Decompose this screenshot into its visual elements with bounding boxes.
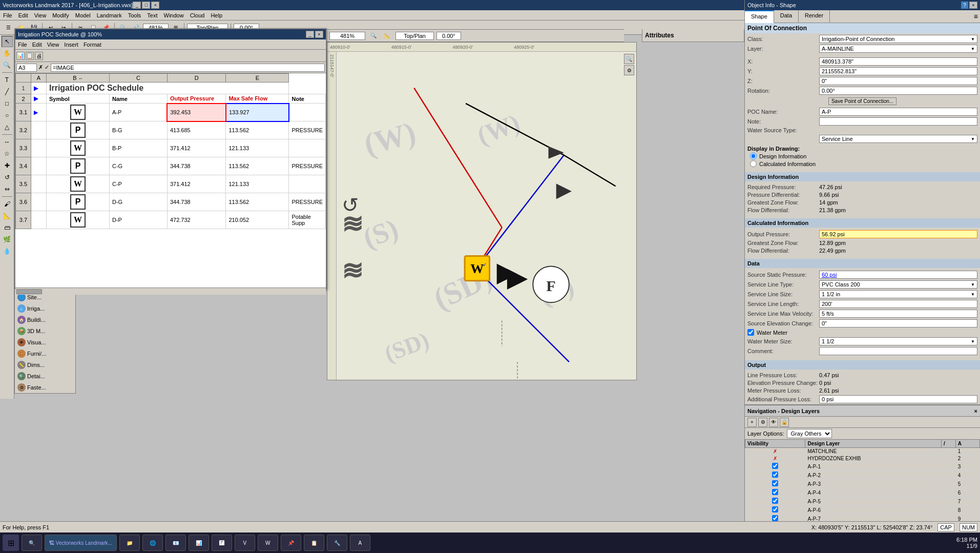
- layer-row[interactable]: ✗HYDRDOZONE EXHIB2: [745, 455, 980, 462]
- taskbar-misc3[interactable]: 🔧: [327, 535, 347, 551]
- rotation-display[interactable]: 0.00°: [436, 32, 461, 40]
- menu-modify[interactable]: Modify: [49, 11, 72, 19]
- y-input[interactable]: [819, 67, 977, 75]
- note-input[interactable]: [819, 117, 977, 126]
- layer-dropdown[interactable]: A-MAINLINE ▼: [819, 45, 977, 53]
- sheet-toolbar-btn2[interactable]: 📋: [26, 52, 34, 60]
- tool-line[interactable]: ╱: [2, 86, 13, 97]
- tool-rotate[interactable]: ↺: [2, 172, 13, 183]
- water-meter-checkbox[interactable]: [747, 329, 754, 336]
- tool-plant[interactable]: 🌿: [2, 234, 13, 245]
- vis-checkbox[interactable]: [772, 498, 778, 504]
- radio-calc-btn[interactable]: [750, 160, 757, 167]
- panel-collapse-btn[interactable]: ≡: [972, 10, 980, 23]
- radio-design-info[interactable]: Design Information: [747, 153, 977, 159]
- elevation-change-input[interactable]: [819, 319, 977, 327]
- nav-btn-settings[interactable]: ⚙: [758, 418, 767, 427]
- layer-row[interactable]: A-P-13: [745, 462, 980, 471]
- taskbar-explorer[interactable]: 📁: [119, 535, 140, 551]
- spreadsheet-minimize[interactable]: _: [306, 31, 314, 38]
- vis-checkbox[interactable]: [772, 506, 778, 513]
- source-static-input[interactable]: [819, 271, 977, 279]
- menu-view[interactable]: View: [31, 11, 50, 19]
- col-header-c[interactable]: C: [109, 74, 167, 83]
- vis-checkbox[interactable]: [772, 480, 778, 486]
- taskbar-chrome[interactable]: 🌐: [142, 535, 163, 551]
- taskbar-vw2[interactable]: V: [235, 535, 255, 551]
- coord-btn2[interactable]: 📐: [382, 30, 393, 42]
- sheet-menu-view[interactable]: View: [45, 40, 62, 49]
- formula-check-btn[interactable]: ✓: [45, 64, 49, 71]
- tool-poly[interactable]: △: [2, 121, 13, 133]
- tool-text[interactable]: T: [2, 74, 13, 86]
- tool-circle[interactable]: ○: [2, 110, 13, 121]
- tool-zoom[interactable]: 🔍: [2, 59, 13, 71]
- rotation-input[interactable]: [819, 87, 977, 95]
- zoom-display[interactable]: 481%: [329, 32, 365, 40]
- spreadsheet-close[interactable]: ×: [315, 31, 323, 38]
- resource-item[interactable]: 🏠Buildi...: [15, 314, 75, 325]
- calc-output-input[interactable]: [819, 230, 977, 238]
- nav-layer-options-select[interactable]: Gray Others: [787, 429, 832, 438]
- layer-name-cell[interactable]: A-P-5: [805, 497, 942, 506]
- tool-rect[interactable]: □: [2, 98, 13, 109]
- menu-edit[interactable]: Edit: [15, 11, 31, 19]
- toolbar-new[interactable]: ☰: [3, 22, 14, 33]
- cell-reference-input[interactable]: [16, 64, 37, 72]
- taskbar-start[interactable]: ⊞: [3, 535, 19, 551]
- layer-name-cell[interactable]: A-P-3: [805, 480, 942, 488]
- formula-input[interactable]: [51, 64, 325, 72]
- col-header-a[interactable]: A: [31, 74, 47, 83]
- save-poc-button[interactable]: Save Point of Connection...: [828, 97, 896, 105]
- class-dropdown[interactable]: Irrigation-Point of Connection ▼: [819, 35, 977, 43]
- taskbar-outlook[interactable]: 📧: [165, 535, 186, 551]
- layer-name-cell[interactable]: A-P-6: [805, 506, 942, 515]
- horizontal-scrollbar[interactable]: [15, 288, 326, 295]
- drawing-area[interactable]: 480910-0' 480915-0' 480920-0' 480925-0' …: [327, 42, 637, 380]
- tool-mirror[interactable]: ⇔: [2, 183, 13, 195]
- layer-row[interactable]: A-P-68: [745, 506, 980, 515]
- service-line-velocity-input[interactable]: [819, 310, 977, 318]
- coord-btn1[interactable]: 🔍: [368, 30, 379, 42]
- menu-help[interactable]: Help: [207, 11, 225, 19]
- tool-measure[interactable]: 📐: [2, 210, 13, 221]
- tool-select[interactable]: ↖: [2, 36, 13, 47]
- menu-window[interactable]: Window: [161, 11, 187, 19]
- object-info-close[interactable]: ×: [969, 2, 977, 9]
- menu-cloud[interactable]: Cloud: [187, 11, 208, 19]
- taskbar-ps[interactable]: 🅿: [212, 535, 232, 551]
- menu-tools[interactable]: Tools: [125, 11, 144, 19]
- tool-dimension[interactable]: ↔: [2, 136, 13, 148]
- taskbar-excel[interactable]: 📊: [189, 535, 209, 551]
- vis-checkbox[interactable]: [772, 489, 778, 495]
- nav-btn-new[interactable]: +: [747, 418, 757, 427]
- water-meter-size-dropdown[interactable]: 1 1/2 ▼: [819, 337, 977, 345]
- resource-item[interactable]: 💧Irriga...: [15, 303, 75, 314]
- taskbar-misc2[interactable]: 📋: [304, 535, 324, 551]
- resource-item[interactable]: ⚙Faste...: [15, 382, 75, 393]
- service-line-size-dropdown[interactable]: 1 1/2 in ▼: [819, 290, 977, 298]
- menu-model[interactable]: Model: [72, 11, 94, 19]
- layer-name-cell[interactable]: A-P-4: [805, 488, 942, 497]
- taskbar-acrobat[interactable]: A: [350, 535, 370, 551]
- object-info-help[interactable]: ?: [961, 2, 968, 9]
- drawing-tool-btn1[interactable]: 🔍: [624, 54, 634, 64]
- radio-design-btn[interactable]: [750, 153, 757, 159]
- vis-checkbox[interactable]: [772, 472, 778, 478]
- layer-name-cell[interactable]: HYDRDOZONE EXHIB: [805, 455, 942, 462]
- z-input[interactable]: [819, 77, 977, 85]
- col-header-d[interactable]: D: [167, 74, 225, 83]
- nav-btn-lock[interactable]: 🔒: [780, 418, 789, 427]
- vis-checkbox[interactable]: [772, 463, 778, 469]
- vis-checkbox[interactable]: [772, 515, 778, 521]
- col-header-e[interactable]: E: [226, 74, 289, 83]
- menu-text[interactable]: Text: [144, 11, 160, 19]
- menu-file[interactable]: File: [0, 11, 15, 19]
- taskbar-search[interactable]: 🔍: [22, 535, 42, 551]
- vis-x-icon[interactable]: ✗: [773, 456, 777, 461]
- layer-row[interactable]: ✗MATCHLINE1: [745, 448, 980, 455]
- tool-irrigation[interactable]: 💧: [2, 245, 13, 257]
- sheet-toolbar-btn3[interactable]: 🖨: [35, 52, 43, 60]
- layer-name-cell[interactable]: A-P-2: [805, 471, 942, 480]
- sheet-menu-format[interactable]: Format: [81, 40, 104, 49]
